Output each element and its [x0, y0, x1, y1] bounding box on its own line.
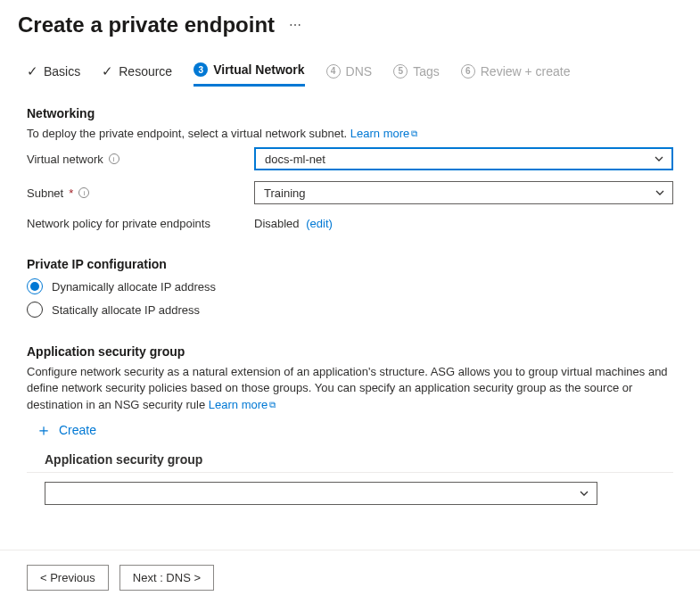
- tab-label: Review + create: [481, 64, 571, 79]
- wizard-footer: < Previous Next : DNS >: [0, 550, 700, 604]
- plus-icon: ＋: [36, 422, 52, 438]
- tab-label: DNS: [346, 64, 373, 79]
- content-area: Networking To deploy the private endpoin…: [0, 87, 700, 523]
- learn-more-link[interactable]: Learn more: [350, 127, 409, 140]
- select-value: docs-ml-net: [265, 153, 325, 166]
- tab-label: Resource: [119, 64, 172, 79]
- check-icon: ✓: [27, 63, 38, 79]
- radio-static-ip[interactable]: Statically allocate IP address: [27, 302, 673, 318]
- more-options-button[interactable]: ⋯: [289, 18, 302, 32]
- virtual-network-label: Virtual network i: [27, 153, 254, 166]
- tab-dns[interactable]: 4 DNS: [326, 64, 373, 86]
- tab-review-create[interactable]: 6 Review + create: [461, 64, 571, 86]
- network-policy-row: Network policy for private endpoints Dis…: [27, 217, 673, 230]
- check-icon: ✓: [102, 63, 113, 79]
- tab-label: Virtual Network: [213, 62, 304, 77]
- radio-label: Statically allocate IP address: [52, 303, 200, 317]
- asg-column-header: Application security group: [27, 447, 673, 473]
- step-number-badge: 3: [194, 62, 208, 77]
- asg-desc: Configure network security as a natural …: [27, 364, 673, 413]
- chevron-down-icon: [655, 187, 665, 198]
- radio-icon: [27, 302, 43, 318]
- step-number-badge: 4: [326, 64, 341, 79]
- chevron-down-icon: [654, 153, 664, 164]
- ip-config-heading: Private IP configuration: [27, 257, 673, 271]
- edit-policy-link[interactable]: (edit): [306, 217, 333, 230]
- networking-heading: Networking: [27, 106, 673, 120]
- select-value: Training: [264, 186, 305, 200]
- step-number-badge: 5: [393, 64, 408, 79]
- create-label: Create: [59, 423, 96, 437]
- subnet-label: Subnet * i: [27, 186, 254, 200]
- tab-virtual-network[interactable]: 3 Virtual Network: [194, 62, 304, 87]
- network-policy-label: Network policy for private endpoints: [27, 217, 254, 230]
- info-icon[interactable]: i: [78, 187, 89, 198]
- radio-icon: [27, 278, 43, 294]
- tab-label: Tags: [413, 64, 440, 79]
- required-indicator: *: [69, 186, 73, 200]
- virtual-network-row: Virtual network i docs-ml-net: [27, 147, 673, 170]
- info-icon[interactable]: i: [109, 153, 119, 164]
- subnet-select[interactable]: Training: [254, 181, 673, 204]
- page-header: Create a private endpoint ⋯: [0, 0, 700, 46]
- create-asg-button[interactable]: ＋ Create: [36, 422, 673, 438]
- tab-basics[interactable]: ✓ Basics: [27, 63, 80, 87]
- asg-select[interactable]: [45, 482, 597, 505]
- chevron-down-icon: [579, 488, 589, 499]
- previous-button[interactable]: < Previous: [27, 565, 109, 591]
- wizard-tabs: ✓ Basics ✓ Resource 3 Virtual Network 4 …: [0, 46, 700, 87]
- learn-more-link[interactable]: Learn more: [209, 398, 268, 411]
- asg-heading: Application security group: [27, 344, 673, 359]
- external-link-icon: ⧉: [269, 399, 276, 411]
- step-number-badge: 6: [461, 64, 475, 79]
- subnet-row: Subnet * i Training: [27, 181, 673, 204]
- radio-dynamic-ip[interactable]: Dynamically allocate IP address: [27, 278, 673, 294]
- page-title: Create a private endpoint: [18, 12, 275, 37]
- tab-resource[interactable]: ✓ Resource: [102, 63, 172, 87]
- next-button[interactable]: Next : DNS >: [119, 565, 214, 591]
- radio-label: Dynamically allocate IP address: [52, 280, 216, 294]
- external-link-icon: ⧉: [411, 128, 417, 140]
- tab-tags[interactable]: 5 Tags: [393, 64, 440, 86]
- virtual-network-select[interactable]: docs-ml-net: [254, 147, 673, 170]
- tab-label: Basics: [44, 64, 80, 79]
- network-policy-value: Disabled: [254, 217, 300, 230]
- networking-desc: To deploy the private endpoint, select a…: [27, 126, 673, 142]
